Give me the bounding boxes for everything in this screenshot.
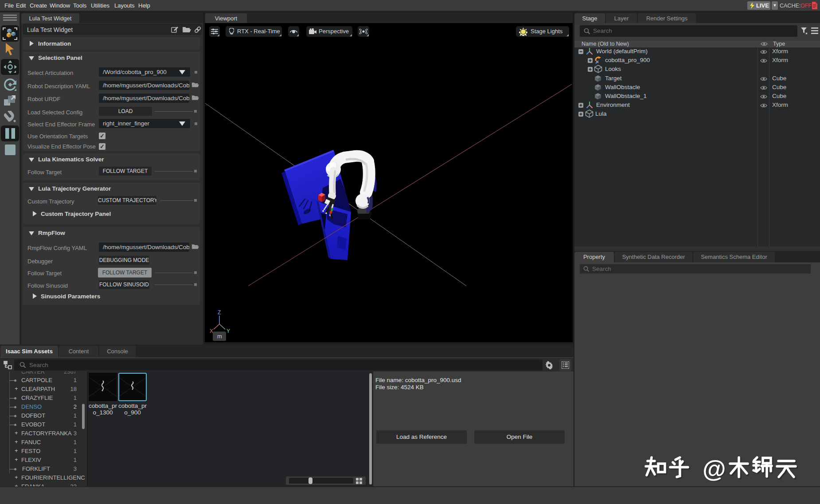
svg-text:Z: Z [218,309,221,316]
svg-text:X: X [210,328,213,334]
svg-text:m: m [217,333,222,340]
svg-text:Y: Y [226,328,230,334]
svg-text:@: @ [703,455,726,481]
